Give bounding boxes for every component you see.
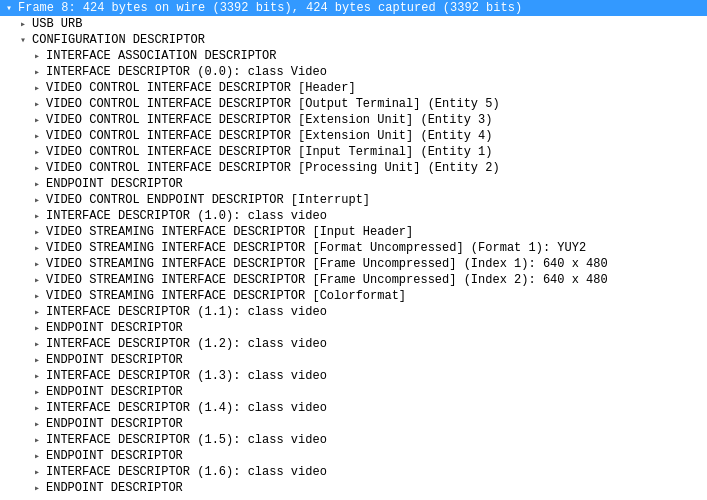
row-vcid-ext4-expand-icon[interactable] [30,129,44,143]
row-endpoint-desc1-label: ENDPOINT DESCRIPTOR [46,176,183,192]
row-vcid-output-label: VIDEO CONTROL INTERFACE DESCRIPTOR [Outp… [46,96,500,112]
row-vsid-frame2-expand-icon[interactable] [30,273,44,287]
row-vsid-input-header-label: VIDEO STREAMING INTERFACE DESCRIPTOR [In… [46,224,413,240]
row-endpoint-desc3-expand-icon[interactable] [30,353,44,367]
row-iface-desc-10[interactable]: INTERFACE DESCRIPTOR (1.0): class video [0,208,707,224]
row-vsid-colorformat-expand-icon[interactable] [30,289,44,303]
row-endpoint-desc5-expand-icon[interactable] [30,417,44,431]
row-iface-desc-11-expand-icon[interactable] [30,305,44,319]
row-iface-desc-14-expand-icon[interactable] [30,401,44,415]
row-vcid-ext3-expand-icon[interactable] [30,113,44,127]
row-iface-desc-11-label: INTERFACE DESCRIPTOR (1.1): class video [46,304,327,320]
row-endpoint-desc6[interactable]: ENDPOINT DESCRIPTOR [0,448,707,464]
row-config-desc-expand-icon[interactable] [16,33,30,47]
row-iface-desc-00-expand-icon[interactable] [30,65,44,79]
row-endpoint-desc2-label: ENDPOINT DESCRIPTOR [46,320,183,336]
row-endpoint-desc2[interactable]: ENDPOINT DESCRIPTOR [0,320,707,336]
row-frame8-label: Frame 8: 424 bytes on wire (3392 bits), … [18,0,522,16]
row-iface-assoc-label: INTERFACE ASSOCIATION DESCRIPTOR [46,48,276,64]
row-vsid-frame1-label: VIDEO STREAMING INTERFACE DESCRIPTOR [Fr… [46,256,608,272]
row-iface-desc-12-label: INTERFACE DESCRIPTOR (1.2): class video [46,336,327,352]
row-iface-desc-11[interactable]: INTERFACE DESCRIPTOR (1.1): class video [0,304,707,320]
row-iface-desc-14-label: INTERFACE DESCRIPTOR (1.4): class video [46,400,327,416]
row-vsid-colorformat-label: VIDEO STREAMING INTERFACE DESCRIPTOR [Co… [46,288,406,304]
row-vsid-frame2-label: VIDEO STREAMING INTERFACE DESCRIPTOR [Fr… [46,272,608,288]
row-vsid-input-header-expand-icon[interactable] [30,225,44,239]
row-iface-desc-13[interactable]: INTERFACE DESCRIPTOR (1.3): class video [0,368,707,384]
row-vsid-input-header[interactable]: VIDEO STREAMING INTERFACE DESCRIPTOR [In… [0,224,707,240]
row-iface-desc-16-label: INTERFACE DESCRIPTOR (1.6): class video [46,464,327,480]
row-usb-urb-expand-icon[interactable] [16,17,30,31]
row-vsid-frame1[interactable]: VIDEO STREAMING INTERFACE DESCRIPTOR [Fr… [0,256,707,272]
row-vsid-format-yuy2[interactable]: VIDEO STREAMING INTERFACE DESCRIPTOR [Fo… [0,240,707,256]
row-endpoint-desc6-expand-icon[interactable] [30,449,44,463]
row-vceid-interrupt-label: VIDEO CONTROL ENDPOINT DESCRIPTOR [Inter… [46,192,370,208]
row-iface-desc-16[interactable]: INTERFACE DESCRIPTOR (1.6): class video [0,464,707,480]
row-iface-desc-15-expand-icon[interactable] [30,433,44,447]
row-frame8-expand-icon[interactable] [2,1,16,15]
row-vcid-proc[interactable]: VIDEO CONTROL INTERFACE DESCRIPTOR [Proc… [0,160,707,176]
packet-tree[interactable]: Frame 8: 424 bytes on wire (3392 bits), … [0,0,707,500]
row-vcid-ext3[interactable]: VIDEO CONTROL INTERFACE DESCRIPTOR [Exte… [0,112,707,128]
row-endpoint-desc1-expand-icon[interactable] [30,177,44,191]
row-endpoint-desc5-label: ENDPOINT DESCRIPTOR [46,416,183,432]
row-vcid-output-expand-icon[interactable] [30,97,44,111]
row-endpoint-desc7-label: ENDPOINT DESCRIPTOR [46,480,183,496]
row-endpoint-desc4-expand-icon[interactable] [30,385,44,399]
row-endpoint-desc7-expand-icon[interactable] [30,481,44,495]
row-vcid-input-expand-icon[interactable] [30,145,44,159]
row-vcid-header-expand-icon[interactable] [30,81,44,95]
row-endpoint-desc1[interactable]: ENDPOINT DESCRIPTOR [0,176,707,192]
row-vcid-proc-label: VIDEO CONTROL INTERFACE DESCRIPTOR [Proc… [46,160,500,176]
row-iface-desc-12-expand-icon[interactable] [30,337,44,351]
row-endpoint-desc2-expand-icon[interactable] [30,321,44,335]
row-vcid-input-label: VIDEO CONTROL INTERFACE DESCRIPTOR [Inpu… [46,144,492,160]
row-vcid-header-label: VIDEO CONTROL INTERFACE DESCRIPTOR [Head… [46,80,356,96]
row-vcid-ext4-label: VIDEO CONTROL INTERFACE DESCRIPTOR [Exte… [46,128,492,144]
row-usb-urb-label: USB URB [32,16,82,32]
row-iface-assoc[interactable]: INTERFACE ASSOCIATION DESCRIPTOR [0,48,707,64]
row-iface-desc-15[interactable]: INTERFACE DESCRIPTOR (1.5): class video [0,432,707,448]
row-iface-desc-14[interactable]: INTERFACE DESCRIPTOR (1.4): class video [0,400,707,416]
row-vcid-output[interactable]: VIDEO CONTROL INTERFACE DESCRIPTOR [Outp… [0,96,707,112]
row-endpoint-desc7[interactable]: ENDPOINT DESCRIPTOR [0,480,707,496]
row-vsid-format-yuy2-expand-icon[interactable] [30,241,44,255]
row-endpoint-desc5[interactable]: ENDPOINT DESCRIPTOR [0,416,707,432]
row-iface-assoc-expand-icon[interactable] [30,49,44,63]
row-endpoint-desc4[interactable]: ENDPOINT DESCRIPTOR [0,384,707,400]
row-iface-desc-12[interactable]: INTERFACE DESCRIPTOR (1.2): class video [0,336,707,352]
row-endpoint-desc4-label: ENDPOINT DESCRIPTOR [46,384,183,400]
row-iface-desc-00[interactable]: INTERFACE DESCRIPTOR (0.0): class Video [0,64,707,80]
row-vcid-header[interactable]: VIDEO CONTROL INTERFACE DESCRIPTOR [Head… [0,80,707,96]
row-vsid-frame1-expand-icon[interactable] [30,257,44,271]
row-vcid-proc-expand-icon[interactable] [30,161,44,175]
row-frame8[interactable]: Frame 8: 424 bytes on wire (3392 bits), … [0,0,707,16]
row-iface-desc-16-expand-icon[interactable] [30,465,44,479]
row-iface-desc-10-label: INTERFACE DESCRIPTOR (1.0): class video [46,208,327,224]
row-endpoint-desc3-label: ENDPOINT DESCRIPTOR [46,352,183,368]
row-vceid-interrupt-expand-icon[interactable] [30,193,44,207]
row-vsid-colorformat[interactable]: VIDEO STREAMING INTERFACE DESCRIPTOR [Co… [0,288,707,304]
row-endpoint-desc3[interactable]: ENDPOINT DESCRIPTOR [0,352,707,368]
row-usb-urb[interactable]: USB URB [0,16,707,32]
row-iface-desc-15-label: INTERFACE DESCRIPTOR (1.5): class video [46,432,327,448]
row-config-desc-label: CONFIGURATION DESCRIPTOR [32,32,205,48]
row-vsid-frame2[interactable]: VIDEO STREAMING INTERFACE DESCRIPTOR [Fr… [0,272,707,288]
row-vceid-interrupt[interactable]: VIDEO CONTROL ENDPOINT DESCRIPTOR [Inter… [0,192,707,208]
row-vsid-format-yuy2-label: VIDEO STREAMING INTERFACE DESCRIPTOR [Fo… [46,240,586,256]
row-iface-desc-10-expand-icon[interactable] [30,209,44,223]
row-iface-desc-13-label: INTERFACE DESCRIPTOR (1.3): class video [46,368,327,384]
row-vcid-input[interactable]: VIDEO CONTROL INTERFACE DESCRIPTOR [Inpu… [0,144,707,160]
row-vcid-ext3-label: VIDEO CONTROL INTERFACE DESCRIPTOR [Exte… [46,112,492,128]
row-iface-desc-13-expand-icon[interactable] [30,369,44,383]
row-endpoint-desc6-label: ENDPOINT DESCRIPTOR [46,448,183,464]
row-config-desc[interactable]: CONFIGURATION DESCRIPTOR [0,32,707,48]
row-vcid-ext4[interactable]: VIDEO CONTROL INTERFACE DESCRIPTOR [Exte… [0,128,707,144]
row-iface-desc-00-label: INTERFACE DESCRIPTOR (0.0): class Video [46,64,327,80]
